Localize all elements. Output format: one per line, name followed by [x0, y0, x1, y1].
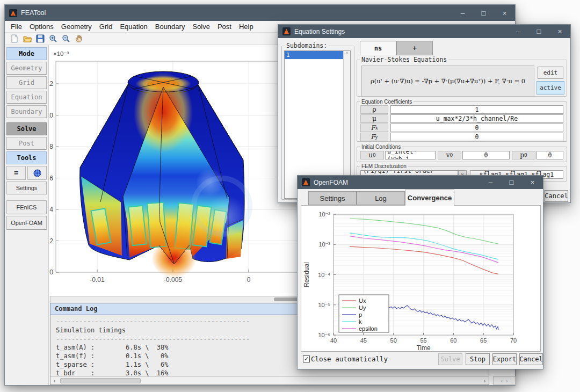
rho-label: ρ [360, 105, 388, 114]
v0-label: v0 [438, 151, 461, 159]
openfoam-bottom-bar: ✓ Close automatically Solve Stop Export … [298, 353, 543, 366]
svg-text:10⁻⁵: 10⁻⁵ [318, 302, 330, 308]
svg-text:p: p [359, 311, 362, 318]
checkbox-check-icon[interactable]: ✓ [303, 355, 310, 362]
sidebar-item-grid[interactable]: Grid [6, 76, 47, 89]
svg-text:Uy: Uy [359, 304, 366, 311]
featool-logo-icon [9, 9, 17, 17]
menu-help[interactable]: Help [235, 21, 257, 32]
p0-label: p0 [512, 151, 535, 159]
menu-boundary[interactable]: Boundary [151, 21, 189, 32]
initial-conditions-group: Initial Conditions u0 u_inlet*(y>h_i v0 … [357, 144, 567, 162]
equation-dialog-titlebar[interactable]: Equation Settings – □ × [278, 25, 570, 38]
splitter-thumb[interactable] [274, 297, 299, 301]
sidebar: Mode Geometry Grid Equation Boundary Sol… [5, 45, 49, 385]
v0-input[interactable]: 0 [462, 151, 510, 159]
svg-text:60: 60 [450, 337, 456, 344]
minimize-button[interactable]: – [480, 176, 501, 189]
fem-discretization-legend: FEM Discretization [360, 163, 408, 169]
maximize-button[interactable]: □ [473, 5, 494, 21]
sidebar-mode-header: Mode [6, 47, 47, 60]
sidebar-item-post[interactable]: Post [6, 137, 47, 150]
menu-geometry[interactable]: Geometry [57, 21, 96, 32]
svg-text:Ux: Ux [359, 297, 366, 304]
equation-coefficients-group: Equation Coefficients ρ 1 μ u_max*2/3*h_… [357, 99, 567, 142]
sidebar-item-geometry[interactable]: Geometry [6, 62, 47, 75]
scroll-left-icon[interactable]: ‹ [50, 377, 59, 384]
menu-equation[interactable]: Equation [116, 21, 151, 32]
p0-input[interactable]: 0 [536, 151, 563, 159]
close-automatically-checkbox[interactable]: ✓ Close automatically [303, 355, 388, 363]
u0-input[interactable]: u_inlet*(y>h_i [385, 151, 436, 159]
svg-text:10⁻⁴: 10⁻⁴ [318, 272, 330, 278]
pager-prev-icon[interactable]: ‹ [501, 378, 503, 384]
svg-text:10⁻²: 10⁻² [318, 211, 330, 217]
svg-text:Time: Time [416, 344, 431, 351]
solve-button[interactable]: Solve [438, 353, 462, 365]
sidebar-item-settings[interactable]: Settings [6, 182, 47, 194]
svg-text:epsilon: epsilon [359, 325, 378, 332]
zoom-out-icon[interactable] [61, 34, 71, 44]
equals-icon: = [14, 169, 18, 177]
fx-input[interactable]: 0 [390, 124, 563, 132]
pan-hand-icon[interactable] [74, 34, 84, 44]
pager-next-icon[interactable]: › [506, 378, 508, 384]
svg-text:50: 50 [390, 337, 397, 344]
fy-input[interactable]: 0 [390, 133, 563, 141]
close-button[interactable]: × [522, 176, 543, 189]
subdomains-label: Subdomains: [285, 42, 329, 49]
tab-convergence[interactable]: Convergence [405, 190, 454, 206]
close-button[interactable]: × [549, 25, 570, 38]
sidebar-item-solve[interactable]: Solve [6, 122, 47, 135]
edit-button[interactable]: edit [538, 67, 563, 79]
u0-label: u0 [360, 151, 384, 159]
open-file-icon[interactable] [22, 34, 33, 44]
equation-tool-button[interactable]: = [6, 166, 26, 180]
subdomain-item[interactable]: 1 [285, 51, 343, 59]
equation-cancel-button[interactable]: Cancel [545, 190, 568, 202]
svg-text:Residual: Residual [303, 262, 310, 287]
log-pager[interactable]: ‹ › [493, 376, 516, 385]
scroll-right-icon[interactable]: › [481, 377, 489, 384]
main-titlebar[interactable]: FEATool – □ × [5, 5, 515, 21]
close-button[interactable]: × [494, 5, 515, 21]
new-file-icon[interactable] [9, 34, 20, 44]
maximize-button[interactable]: □ [528, 25, 549, 38]
sidebar-item-fenics[interactable]: FEniCS [6, 200, 47, 214]
zoom-in-icon[interactable] [48, 34, 59, 44]
active-button[interactable]: active [536, 81, 564, 95]
sidebar-item-openfoam[interactable]: OpenFOAM [6, 216, 47, 230]
log-horizontal-scrollbar[interactable]: ‹ › [50, 376, 489, 384]
openfoam-dialog-titlebar[interactable]: OpenFOAM – □ × [298, 176, 543, 189]
sidebar-item-boundary[interactable]: Boundary [6, 105, 47, 118]
rho-input[interactable]: 1 [390, 105, 563, 114]
export-button[interactable]: Export [492, 353, 517, 365]
svg-text:10⁻⁶: 10⁻⁶ [318, 332, 330, 338]
convergence-chart: 4045505560657010⁻²10⁻³10⁻⁴10⁻⁵10⁻⁶TimeRe… [301, 206, 540, 351]
save-icon[interactable] [35, 34, 46, 44]
tab-ns[interactable]: ns [360, 41, 396, 55]
minimize-button[interactable]: – [452, 5, 473, 21]
menu-post[interactable]: Post [214, 21, 235, 32]
mu-input[interactable]: u_max*2/3*h_channel/Re [390, 114, 563, 123]
tab-add-equation[interactable]: + [396, 41, 433, 55]
cancel-button[interactable]: Cancel [519, 353, 543, 365]
featool-logo-icon [302, 178, 310, 186]
sidebar-item-equation[interactable]: Equation [6, 91, 47, 104]
tab-settings[interactable]: Settings [308, 191, 357, 205]
convergence-panel: 4045505560657010⁻²10⁻³10⁻⁴10⁻⁵10⁻⁶TimeRe… [301, 205, 541, 352]
stop-button[interactable]: Stop [466, 353, 490, 365]
maximize-button[interactable]: □ [501, 176, 522, 189]
fy-label: Fy [360, 133, 388, 141]
scroll-up-icon[interactable]: ^ [346, 51, 348, 56]
menu-solve[interactable]: Solve [189, 21, 214, 32]
featool-logo-icon [282, 27, 291, 35]
tab-log[interactable]: Log [357, 191, 405, 205]
menu-grid[interactable]: Grid [96, 21, 117, 32]
menu-file[interactable]: File [7, 21, 26, 32]
minimize-button[interactable]: – [508, 25, 528, 38]
scrollbar-thumb[interactable] [60, 378, 141, 383]
menu-options[interactable]: Options [26, 21, 57, 32]
multiphysics-tool-button[interactable] [27, 166, 47, 180]
openfoam-dialog: OpenFOAM – □ × Settings Log Convergence … [297, 175, 543, 369]
